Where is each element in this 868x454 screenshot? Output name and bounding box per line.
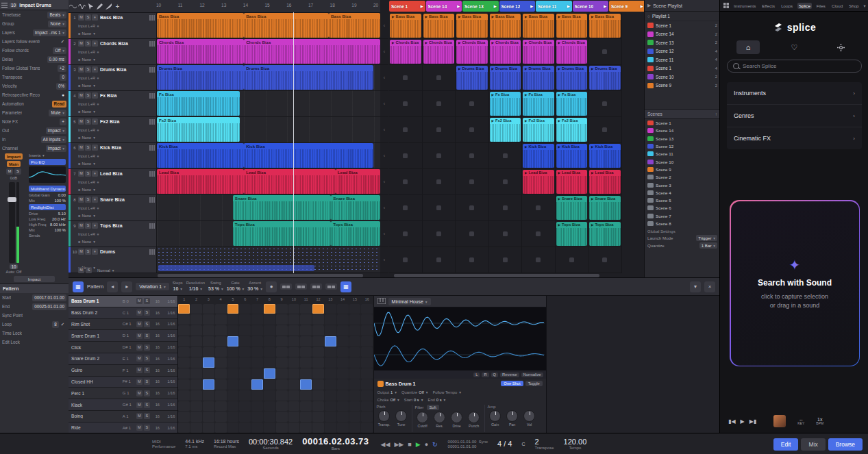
step-cell[interactable] bbox=[337, 325, 349, 336]
waveform-display[interactable] bbox=[374, 307, 546, 370]
clip-stop-button[interactable] bbox=[536, 205, 541, 210]
step-cell[interactable] bbox=[300, 401, 312, 412]
pointer-tool-icon[interactable] bbox=[86, 2, 95, 11]
setting-quantize[interactable]: Quantize Off ▾ bbox=[401, 390, 428, 394]
step-cell[interactable] bbox=[337, 336, 349, 346]
step-cell[interactable] bbox=[349, 401, 361, 412]
clip-slot[interactable]: ▶ Chords Biza bbox=[456, 39, 489, 65]
view-button-edit[interactable]: Edit bbox=[773, 438, 799, 451]
step-cell[interactable] bbox=[215, 401, 227, 412]
drum-row[interactable]: Snare Drum 1D 1MS161/16 bbox=[69, 330, 177, 342]
rewind-button[interactable]: ◀◀ bbox=[381, 441, 390, 448]
step-cell[interactable] bbox=[227, 336, 239, 346]
step-cell[interactable] bbox=[337, 401, 349, 412]
step-cell[interactable] bbox=[361, 423, 373, 433]
step-cell[interactable] bbox=[190, 304, 202, 314]
redlightdist-chip[interactable]: RedlightDist bbox=[29, 204, 66, 210]
step-cell[interactable] bbox=[288, 423, 300, 433]
category-cinematic-fx[interactable]: Cinematic FX› bbox=[727, 127, 862, 149]
editor-collapse-icon[interactable]: ▾ bbox=[690, 281, 701, 292]
step-cell[interactable] bbox=[288, 325, 300, 336]
step-cell[interactable] bbox=[215, 325, 227, 336]
clip-stop-button[interactable] bbox=[536, 257, 541, 262]
step-cell[interactable] bbox=[349, 314, 361, 325]
scene-play-icon[interactable]: ▶ bbox=[530, 4, 533, 8]
track-fx-selector[interactable]: None bbox=[82, 240, 91, 244]
record-button[interactable]: ● bbox=[425, 441, 428, 448]
step-cell[interactable] bbox=[300, 304, 312, 314]
inspector-track-name[interactable]: Impact Drums bbox=[19, 3, 51, 8]
step-cell[interactable] bbox=[325, 304, 336, 314]
step-cell[interactable] bbox=[288, 401, 300, 412]
track-lane[interactable]: Drums BizaDrums Biza bbox=[157, 65, 380, 90]
launcher-clip[interactable]: ▶ Lead Biza bbox=[556, 170, 588, 194]
step-cell[interactable] bbox=[325, 412, 336, 422]
scene-list-item[interactable]: Scene 3 bbox=[645, 181, 720, 188]
launcher-clip[interactable]: ▶ Chords Biza bbox=[390, 40, 421, 64]
step-cell[interactable] bbox=[178, 347, 190, 357]
clip-slot[interactable]: ▶ Bass Biza bbox=[522, 13, 556, 39]
track-arm-button[interactable]: ● bbox=[92, 197, 98, 203]
launcher-clip[interactable]: ▶ Snare Biza bbox=[556, 196, 588, 220]
step-cell[interactable] bbox=[178, 304, 190, 314]
step-cell[interactable] bbox=[300, 423, 312, 433]
step-cell[interactable] bbox=[264, 347, 275, 357]
clip-slot[interactable] bbox=[423, 195, 456, 221]
launcher-clip[interactable]: ▶ Chords Biza bbox=[423, 40, 455, 64]
drum-row-mute[interactable]: M bbox=[136, 413, 142, 419]
clip-slot[interactable]: ▶ Bass Biza bbox=[456, 13, 489, 39]
scene-header-button[interactable]: Scene 13▶ bbox=[462, 1, 499, 12]
step-cell[interactable] bbox=[190, 412, 202, 422]
step-cell[interactable] bbox=[288, 390, 300, 401]
launch-mode-value[interactable]: Trigger ▾ bbox=[696, 235, 717, 241]
step-cell[interactable] bbox=[300, 325, 312, 336]
track-fx-selector[interactable]: None bbox=[82, 84, 91, 88]
step-cell[interactable] bbox=[203, 368, 214, 379]
param-gate[interactable]: Gate100 % ▾ bbox=[227, 281, 245, 291]
clip-slot[interactable] bbox=[423, 221, 456, 247]
step-cell[interactable] bbox=[325, 390, 336, 401]
scene-list-item[interactable]: Scene 6 bbox=[645, 204, 720, 212]
step-cell[interactable] bbox=[361, 379, 373, 390]
step-cell[interactable] bbox=[239, 412, 251, 422]
step-cell[interactable] bbox=[178, 368, 190, 379]
step-cell[interactable] bbox=[312, 368, 324, 379]
solo-button[interactable]: S bbox=[14, 168, 21, 175]
step-cell[interactable] bbox=[203, 412, 214, 422]
step-cell[interactable] bbox=[251, 357, 263, 368]
track-lane[interactable]: Fx2 Biza bbox=[157, 117, 380, 142]
track-arm-button[interactable]: ● bbox=[92, 14, 98, 21]
drum-row-solo[interactable]: S bbox=[144, 298, 150, 304]
step-cell[interactable] bbox=[361, 314, 373, 325]
field-value[interactable]: ✓ bbox=[59, 38, 66, 45]
param-swing[interactable]: Swing53 % ▾ bbox=[208, 281, 223, 291]
step-cell[interactable] bbox=[288, 357, 300, 368]
routing-value[interactable]: All Inputs ▾ bbox=[41, 136, 66, 143]
step-cell[interactable] bbox=[227, 423, 239, 433]
toggle-button[interactable]: Toggle bbox=[525, 381, 543, 386]
step-cell[interactable] bbox=[227, 390, 239, 401]
arranger-clip[interactable]: Chords Biza bbox=[157, 39, 244, 64]
param-value[interactable]: 53 % ▾ bbox=[208, 286, 223, 292]
step-cell[interactable] bbox=[312, 412, 324, 422]
clip-slot[interactable] bbox=[423, 91, 456, 117]
step-cell[interactable] bbox=[312, 390, 324, 401]
step-cell[interactable] bbox=[325, 357, 336, 368]
clip-slot[interactable] bbox=[456, 247, 489, 273]
clip-stop-button[interactable] bbox=[403, 257, 408, 262]
clip-stop-button[interactable] bbox=[436, 101, 441, 106]
browser-tab-effects[interactable]: Effects bbox=[760, 3, 776, 9]
step-cell[interactable] bbox=[276, 336, 288, 346]
clip-stop-button[interactable] bbox=[503, 205, 508, 210]
launcher-clip[interactable]: ▶ Drums Biza bbox=[456, 66, 488, 90]
row-collapse-arrow[interactable]: ‹ bbox=[380, 247, 388, 273]
clip-slot[interactable] bbox=[456, 143, 489, 169]
row-collapse-arrow[interactable]: ‹ bbox=[380, 143, 388, 169]
field-value[interactable]: 0.00 ms bbox=[47, 56, 66, 63]
volume-fader[interactable] bbox=[9, 182, 15, 263]
skip-back-icon[interactable]: ▮◀ bbox=[728, 418, 736, 425]
step-cell[interactable] bbox=[349, 304, 361, 314]
launcher-clip[interactable]: ▶ Fx Biza bbox=[556, 92, 588, 116]
launcher-clip[interactable]: ▶ Drums Biza bbox=[556, 66, 588, 90]
pattern-view-icon[interactable]: ▦ bbox=[73, 281, 84, 292]
